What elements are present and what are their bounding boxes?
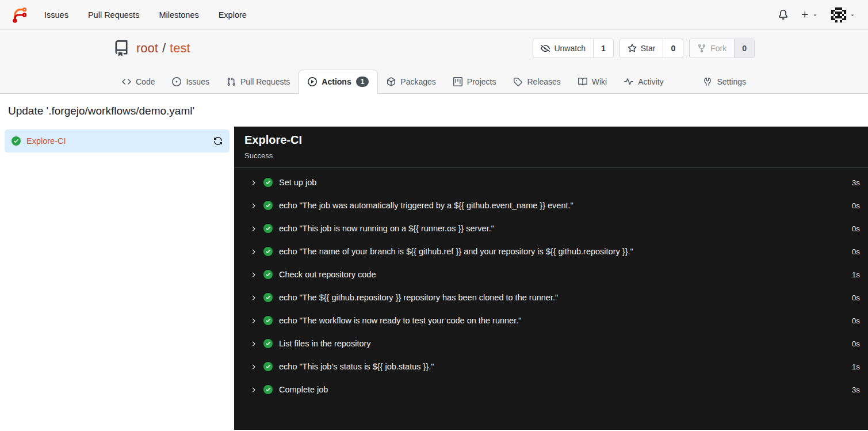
step-label: echo "The ${{ github.repository }} repos… <box>279 293 558 302</box>
pulse-icon <box>624 77 633 86</box>
step-label: echo "This job's status is ${{ job.statu… <box>279 362 434 371</box>
workflow-step-row[interactable]: echo "The ${{ github.repository }} repos… <box>234 286 868 309</box>
page-title: Update '.forgejo/workflows/demo.yaml' <box>0 94 868 127</box>
tools-icon <box>703 77 712 86</box>
avatar <box>831 7 847 23</box>
notifications-bell-icon[interactable] <box>778 10 788 20</box>
tab-projects[interactable]: Projects <box>445 70 505 94</box>
chevron-down-icon <box>850 12 855 18</box>
tab-packages[interactable]: Packages <box>378 70 444 94</box>
fork-button-group: Fork 0 <box>689 39 755 58</box>
forgejo-logo-icon[interactable] <box>12 6 29 24</box>
success-check-icon <box>263 178 273 187</box>
play-circle-icon <box>308 77 317 86</box>
step-duration: 1s <box>852 270 860 279</box>
success-check-icon <box>263 339 273 348</box>
success-check-icon <box>263 362 273 371</box>
chevron-right-icon <box>250 248 257 255</box>
tab-activity[interactable]: Activity <box>615 70 672 94</box>
actions-count-badge: 1 <box>356 77 369 87</box>
tab-wiki[interactable]: Wiki <box>569 70 615 94</box>
unwatch-button-group: Unwatch 1 <box>533 39 613 58</box>
sidebar-job-explore-ci[interactable]: Explore-CI <box>5 129 230 152</box>
repo-owner-link[interactable]: root <box>136 41 158 56</box>
repo-breadcrumb: root / test <box>136 41 190 56</box>
step-duration: 0s <box>852 293 860 302</box>
stars-count[interactable]: 0 <box>663 39 683 58</box>
chevron-right-icon <box>250 317 257 325</box>
workflow-step-row[interactable]: echo "The job was automatically triggere… <box>234 194 868 217</box>
rerun-job-button[interactable] <box>213 136 223 146</box>
workflow-step-row[interactable]: Complete job 3s <box>234 378 868 401</box>
step-label: Check out repository code <box>279 270 376 279</box>
success-check-icon <box>263 247 273 256</box>
package-icon <box>387 77 396 86</box>
repo-name-link[interactable]: test <box>170 41 190 56</box>
workflow-step-row[interactable]: echo "This job is now running on a ${{ r… <box>234 217 868 240</box>
workflow-step-row[interactable]: Set up job 3s <box>234 171 868 194</box>
star-button[interactable]: Star <box>620 39 663 58</box>
workflow-step-row[interactable]: echo "This job's status is ${{ job.statu… <box>234 355 868 378</box>
workflow-step-row[interactable]: Check out repository code 1s <box>234 263 868 286</box>
step-duration: 3s <box>852 178 860 187</box>
tab-actions[interactable]: Actions 1 <box>299 70 378 94</box>
step-duration: 0s <box>852 224 860 233</box>
tab-code[interactable]: Code <box>113 70 163 94</box>
eye-closed-icon <box>541 44 550 53</box>
create-new-dropdown[interactable] <box>801 10 818 19</box>
jobs-sidebar: Explore-CI <box>0 127 234 430</box>
tab-settings[interactable]: Settings <box>694 70 755 94</box>
workflow-step-row[interactable]: echo "The workflow is now ready to test … <box>234 309 868 332</box>
star-button-group: Star 0 <box>620 39 683 58</box>
star-icon <box>628 44 637 53</box>
job-name-label: Explore-CI <box>26 136 66 146</box>
chevron-right-icon <box>250 386 257 394</box>
project-icon <box>453 77 462 86</box>
success-check-icon <box>263 201 273 210</box>
step-label: echo "This job is now running on a ${{ r… <box>279 224 494 233</box>
repository-icon <box>113 40 129 56</box>
nav-item-milestones[interactable]: Milestones <box>149 0 208 30</box>
tab-releases[interactable]: Releases <box>504 70 569 94</box>
git-pull-request-icon <box>227 77 236 86</box>
unwatch-button[interactable]: Unwatch <box>533 39 592 58</box>
chevron-right-icon <box>250 202 257 209</box>
plus-icon <box>801 10 809 19</box>
tab-pull-requests[interactable]: Pull Requests <box>218 70 299 94</box>
success-check-icon <box>263 316 273 325</box>
chevron-right-icon <box>250 363 257 371</box>
chevron-right-icon <box>250 294 257 302</box>
chevron-right-icon <box>250 179 257 186</box>
nav-item-issues[interactable]: Issues <box>35 0 78 30</box>
step-duration: 0s <box>852 316 860 325</box>
tab-issues[interactable]: Issues <box>163 70 217 94</box>
run-log-panel: Explore-CI Success Set up job 3s <box>234 127 868 430</box>
repo-separator: / <box>162 41 166 56</box>
success-check-icon <box>263 270 273 279</box>
fork-icon <box>697 44 706 53</box>
fork-button[interactable]: Fork <box>690 39 734 58</box>
run-status-label: Success <box>244 151 858 160</box>
step-label: echo "The name of your branch is ${{ git… <box>279 247 633 256</box>
step-duration: 0s <box>852 340 860 348</box>
step-label: List files in the repository <box>279 339 371 348</box>
workflow-step-row[interactable]: List files in the repository 0s <box>234 332 868 355</box>
repo-action-buttons: Unwatch 1 Star 0 Fork 0 <box>533 39 755 58</box>
nav-item-pull-requests[interactable]: Pull Requests <box>78 0 149 30</box>
forks-count[interactable]: 0 <box>734 39 754 58</box>
navbar-right <box>778 7 859 23</box>
code-icon <box>122 77 131 86</box>
success-check-icon <box>263 293 273 302</box>
repo-tabs: Code Issues Pull Requests Actions 1 Pack… <box>108 70 760 94</box>
workflow-step-row[interactable]: echo "The name of your branch is ${{ git… <box>234 240 868 263</box>
chevron-down-icon <box>812 12 818 18</box>
nav-item-explore[interactable]: Explore <box>209 0 257 30</box>
top-navbar: Issues Pull Requests Milestones Explore <box>0 0 868 30</box>
user-menu-dropdown[interactable] <box>831 7 855 23</box>
issue-opened-icon <box>172 77 181 86</box>
success-check-icon <box>12 136 21 146</box>
step-label: echo "The job was automatically triggere… <box>279 201 573 210</box>
run-header: Explore-CI Success <box>234 127 868 168</box>
chevron-right-icon <box>250 340 257 348</box>
watchers-count[interactable]: 1 <box>593 39 613 58</box>
